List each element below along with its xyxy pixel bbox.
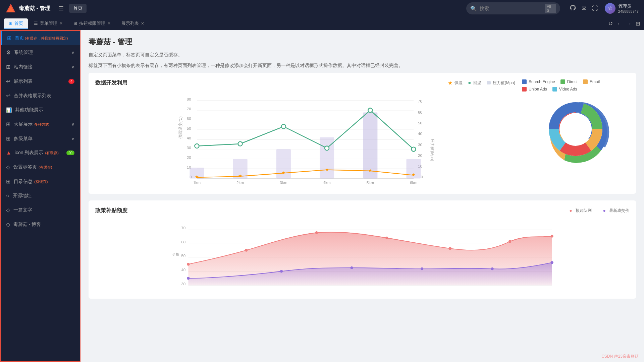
- sidebar-icon-list-sublabel: (有缓存): [44, 151, 58, 155]
- chart2-section: 政策补贴额度 — ● 预购队列 — ● 最新成交价 30 40 50: [89, 200, 636, 299]
- sidebar-blog-label: 毒蘑菇 - 博客: [13, 222, 74, 228]
- legend-supply-label: 供温: [454, 80, 463, 86]
- tab-grid-icon[interactable]: ⊞: [636, 20, 640, 27]
- tab-list-close[interactable]: ✕: [141, 21, 144, 26]
- tabs-bar: ⊞ 首页 ☰ 菜单管理 ✕ ⊞ 按钮权限管理 ✕ 展示列表 ✕ ↺ ← → ⊞: [0, 17, 644, 30]
- menu-toggle-btn[interactable]: ☰: [57, 3, 65, 13]
- svg-text:★: ★: [325, 167, 329, 172]
- icon-list-icon: ▲: [6, 150, 11, 156]
- icon-list-badge: 20: [66, 150, 74, 155]
- svg-text:70: 70: [418, 99, 423, 104]
- sidebar-item-blog[interactable]: ◇ 毒蘑菇 - 博客: [1, 217, 80, 232]
- sidebar-item-merge-table[interactable]: ↩ 合并表格展示列表: [1, 88, 80, 103]
- sidebar-set-tab-label: 设置标签页 (有缓存): [13, 164, 74, 170]
- sidebar-home-label: 首页(有缓存，并且标签页固定): [15, 35, 74, 41]
- sidebar-item-icon-list[interactable]: ▲ icon 列表展示 (有缓存) 20: [1, 146, 80, 160]
- svg-point-77: [449, 247, 451, 250]
- svg-point-73: [187, 263, 190, 265]
- sidebar-item-home[interactable]: ⊞ 首页(有缓存，并且标签页固定): [1, 31, 80, 45]
- sidebar-item-set-tab[interactable]: ◇ 设置标签页 (有缓存): [1, 160, 80, 174]
- mail-icon[interactable]: ✉: [582, 5, 587, 12]
- display-list-icon: ↩: [6, 78, 10, 84]
- legend-preorder: — ● 预购队列: [563, 208, 591, 214]
- sidebar-item-display-list[interactable]: ↩ 展示列表 4: [1, 74, 80, 88]
- svg-point-48: [412, 147, 416, 152]
- set-tab-icon: ◇: [6, 164, 10, 170]
- svg-text:60: 60: [418, 110, 423, 114]
- svg-text:60: 60: [181, 240, 185, 244]
- fullscreen-icon[interactable]: ⛶: [592, 5, 598, 12]
- user-info: 管理员 2458885747: [618, 3, 639, 13]
- sidebar-item-site-links[interactable]: ⊞ 站内链接 ∨: [1, 60, 80, 74]
- tab-home[interactable]: ⊞ 首页: [4, 18, 28, 29]
- user-area[interactable]: 管 管理员 2458885747: [605, 3, 639, 14]
- video-ads-label: Video Ads: [559, 87, 577, 92]
- blog-icon: ◇: [6, 221, 10, 228]
- page-title: 毒蘑菇 - 管理: [89, 37, 636, 47]
- chart2-title: 政策补贴额度: [95, 207, 127, 214]
- sidebar-big-screen-label: 大屏展示 多种方式: [14, 121, 68, 127]
- svg-point-47: [368, 108, 372, 112]
- tab-forward-icon[interactable]: →: [626, 21, 632, 27]
- tab-home-label: 首页: [14, 20, 23, 26]
- svg-point-82: [350, 266, 353, 269]
- svg-point-44: [238, 141, 243, 146]
- open-source-icon: ○: [6, 193, 9, 199]
- tab-menu-label: 菜单管理: [40, 20, 57, 26]
- donut-css: [542, 96, 609, 163]
- top-nav: 毒蘑菇 - 管理 ☰ 首页 🔍 Alt S ✉ ⛶ 管 管理员 24588857…: [0, 0, 644, 17]
- svg-text:★: ★: [412, 172, 416, 177]
- tab-btn-perm[interactable]: ⊞ 按钮权限管理 ✕: [69, 18, 115, 29]
- tab-back-icon[interactable]: ←: [617, 21, 622, 27]
- svg-point-81: [280, 270, 283, 273]
- sidebar-item-open-source[interactable]: ○ 开源地址: [1, 189, 80, 203]
- sidebar-item-other-func[interactable]: 📊 其他功能展示: [1, 103, 80, 117]
- search-input[interactable]: [480, 6, 542, 11]
- sidebar-display-list-label: 展示列表: [14, 78, 65, 84]
- sidebar-merge-table-label: 合并表格展示列表: [14, 93, 74, 99]
- sidebar-item-article[interactable]: ◇ 一篇文字: [1, 203, 80, 217]
- page-desc-2: 标签页下面有小横条的表示有缓存，有两种页面列表管理，一种是修改添加会打开新页面，…: [89, 62, 636, 69]
- svg-text:60: 60: [187, 116, 192, 121]
- tab-menu-mgmt[interactable]: ☰ 菜单管理 ✕: [29, 18, 67, 29]
- svg-text:30: 30: [418, 142, 423, 147]
- sidebar-other-func-label: 其他功能展示: [15, 107, 74, 113]
- other-func-icon: 📊: [6, 107, 12, 113]
- email-label: Email: [590, 79, 600, 84]
- latest-price-label: 最新成交价: [609, 208, 629, 214]
- avatar: 管: [605, 3, 615, 14]
- tab-menu-close[interactable]: ✕: [59, 21, 63, 26]
- sidebar-item-big-screen[interactable]: ⊞ 大屏展示 多种方式 ∨: [1, 117, 80, 131]
- user-id: 2458885747: [618, 9, 639, 13]
- svg-point-61: [559, 113, 592, 145]
- tab-btn-close[interactable]: ✕: [107, 21, 111, 26]
- search-engine-label: Search Engine: [529, 79, 555, 84]
- tab-btn-label: 按钮权限管理: [79, 20, 105, 26]
- svg-point-46: [325, 146, 329, 150]
- home-icon: ⊞: [7, 35, 11, 41]
- donut-legend: Search Engine Direct Email Union Ad: [522, 79, 629, 92]
- github-icon[interactable]: [570, 4, 576, 13]
- tab-display-list[interactable]: 展示列表 ✕: [117, 18, 149, 29]
- svg-point-75: [315, 231, 318, 234]
- tab-refresh-icon[interactable]: ↺: [608, 20, 613, 27]
- svg-text:20: 20: [187, 155, 192, 160]
- svg-point-83: [421, 267, 423, 270]
- svg-text:压力值(Mpa): 压力值(Mpa): [430, 139, 435, 161]
- svg-text:1km: 1km: [193, 180, 201, 185]
- svg-text:3km: 3km: [280, 180, 287, 185]
- donut-legend-direct: Direct: [560, 79, 578, 84]
- donut-svg2: [542, 96, 609, 163]
- legend-latest-price: — ● 最新成交价: [597, 208, 629, 214]
- sidebar-sys-mgmt-label: 系统管理: [14, 50, 68, 56]
- home-nav-btn[interactable]: 首页: [69, 4, 87, 13]
- sidebar-item-multi-menu[interactable]: ⊞ 多级菜单 ∨: [1, 131, 80, 146]
- sys-mgmt-arrow: ∨: [71, 50, 74, 55]
- search-engine-color: [522, 79, 527, 84]
- merge-table-icon: ↩: [6, 93, 10, 99]
- svg-point-84: [491, 267, 493, 270]
- sidebar-item-sys-mgmt[interactable]: ⚙ 系统管理 ∨: [1, 45, 80, 60]
- sidebar-dir-info-label: 目录信息 (有缓存): [14, 179, 74, 185]
- search-box: 🔍 Alt S: [466, 2, 560, 14]
- sidebar-item-dir-info[interactable]: ⊞ 目录信息 (有缓存): [1, 174, 80, 189]
